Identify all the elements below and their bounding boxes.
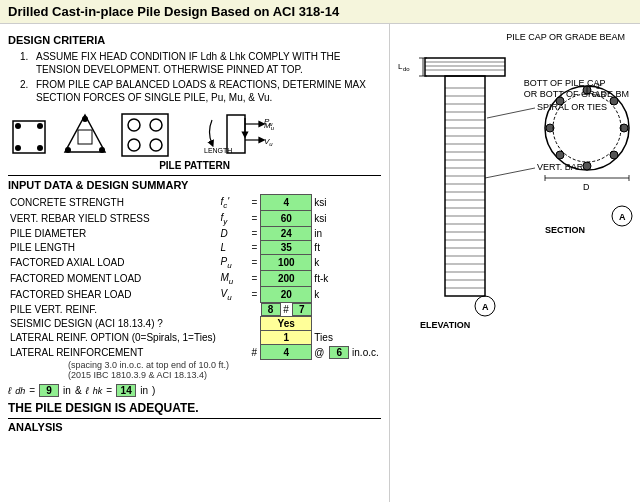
dev-length-hk-val[interactable]: 14 xyxy=(116,384,136,397)
row-pile-length: PILE LENGTH L = 35 ft xyxy=(8,241,381,255)
svg-point-74 xyxy=(553,94,621,162)
criteria-item-2: 2. FROM PILE CAP BALANCED LOADS & REACTI… xyxy=(20,78,381,104)
pile-pattern-label: PILE PATTERN xyxy=(8,160,381,171)
design-criteria-section: DESIGN CRITERIA 1. ASSUME FIX HEAD CONDI… xyxy=(8,34,381,104)
dh-sub: dh xyxy=(15,386,25,396)
svg-rect-6 xyxy=(78,130,92,144)
svg-point-1 xyxy=(15,123,21,129)
row-lateral-reinf: LATERAL REINFORCEMENT # 4 @ 6 in.o.c. xyxy=(8,345,381,360)
dev-length-row: ℓ dh = 9 in & ℓ hk = 14 in ) xyxy=(8,384,381,397)
force-diagram: Mu Pu Vu LENGTH xyxy=(202,110,282,158)
pile-patterns: Mu Pu Vu LENGTH xyxy=(8,110,381,158)
page-header: Drilled Cast-in-place Pile Design Based … xyxy=(0,0,640,24)
seismic-label: SEISMIC DESIGN (ACI 18.13.4) ? xyxy=(8,317,218,331)
svg-text:SECTION: SECTION xyxy=(545,225,585,235)
axial-load-val[interactable]: 100 xyxy=(261,255,312,271)
seismic-val[interactable]: Yes xyxy=(261,317,312,331)
row-rebar-yield: VERT. REBAR YIELD STRESS fy = 60 ksi xyxy=(8,211,381,227)
italic-slash: ℓ xyxy=(8,385,11,396)
moment-load-unit: ft-k xyxy=(312,271,381,287)
svg-point-13 xyxy=(128,139,140,151)
row-seismic: SEISMIC DESIGN (ACI 18.13.4) ? Yes xyxy=(8,317,381,331)
lateral-reinf-unit: in.o.c. xyxy=(352,347,379,358)
spacing-note-2: (2015 IBC 1810.3.9 & ACI 18.13.4) xyxy=(68,370,381,380)
axial-load-sym: Pu xyxy=(218,255,248,271)
pile-reinf-size[interactable]: 7 xyxy=(292,303,312,316)
svg-point-14 xyxy=(150,139,162,151)
svg-point-11 xyxy=(128,119,140,131)
svg-line-60 xyxy=(485,168,535,178)
lateral-option-label: LATERAL REINF. OPTION (0=Spirals, 1=Ties… xyxy=(8,331,218,345)
pile-length-sym: L xyxy=(218,241,248,255)
row-moment-load: FACTORED MOMENT LOAD Mu = 200 ft-k xyxy=(8,271,381,287)
design-criteria-title: DESIGN CRITERIA xyxy=(8,34,381,46)
rebar-yield-val[interactable]: 60 xyxy=(261,211,312,227)
rebar-yield-unit: ksi xyxy=(312,211,381,227)
svg-point-7 xyxy=(82,116,88,122)
criteria-text-1: ASSUME FIX HEAD CONDITION IF Ldh & Lhk C… xyxy=(36,50,381,76)
hk-sub: hk xyxy=(93,386,103,396)
pile-reinf-bars[interactable]: 8 xyxy=(261,303,281,316)
svg-point-9 xyxy=(99,147,105,153)
moment-load-label: FACTORED MOMENT LOAD xyxy=(8,271,218,287)
dev-length-in1: in xyxy=(63,385,71,396)
lateral-option-val[interactable]: 1 xyxy=(261,331,312,345)
axial-load-unit: k xyxy=(312,255,381,271)
svg-text:CLR: CLR xyxy=(592,91,606,98)
spacing-note-1: (spacing 3.0 in.o.c. at top end of 10.0 … xyxy=(68,360,381,370)
svg-text:D: D xyxy=(583,182,590,192)
pile-diameter-val[interactable]: 24 xyxy=(261,227,312,241)
row-pile-diameter: PILE DIAMETER D = 24 in xyxy=(8,227,381,241)
svg-text:Vu: Vu xyxy=(264,137,273,147)
lateral-reinf-spacing[interactable]: 6 xyxy=(329,346,349,359)
left-panel: DESIGN CRITERIA 1. ASSUME FIX HEAD CONDI… xyxy=(0,24,390,502)
criteria-item-1: 1. ASSUME FIX HEAD CONDITION IF Ldh & Lh… xyxy=(20,50,381,76)
pile-pattern-grid xyxy=(120,112,170,158)
concrete-strength-val[interactable]: 4 xyxy=(261,195,312,211)
pile-pattern-triangle xyxy=(62,112,108,158)
rebar-yield-label: VERT. REBAR YIELD STRESS xyxy=(8,211,218,227)
svg-point-3 xyxy=(15,145,21,151)
dev-length-dh-val[interactable]: 9 xyxy=(39,384,59,397)
main-container: Drilled Cast-in-place Pile Design Based … xyxy=(0,0,640,504)
shear-load-sym: Vu xyxy=(218,287,248,303)
adequate-text: THE PILE DESIGN IS ADEQUATE. xyxy=(8,401,381,415)
rebar-yield-sym: fy xyxy=(218,211,248,227)
svg-point-4 xyxy=(37,145,43,151)
lateral-reinf-label: LATERAL REINFORCEMENT xyxy=(8,345,218,360)
input-data-table: CONCRETE STRENGTH fc' = 4 ksi VERT. REBA… xyxy=(8,194,381,360)
row-pile-reinf: PILE VERT. REINF. 8 # 7 xyxy=(8,303,381,317)
criteria-text-2: FROM PILE CAP BALANCED LOADS & REACTIONS… xyxy=(36,78,381,104)
at-symbol: @ xyxy=(314,347,324,358)
svg-point-12 xyxy=(150,119,162,131)
moment-load-sym: Mu xyxy=(218,271,248,287)
svg-rect-10 xyxy=(122,114,168,156)
svg-text:A: A xyxy=(619,212,626,222)
svg-line-59 xyxy=(487,108,535,118)
pile-diameter-sym: D xyxy=(218,227,248,241)
dev-length-in2: in xyxy=(140,385,148,396)
concrete-strength-label: CONCRETE STRENGTH xyxy=(8,195,218,211)
svg-rect-23 xyxy=(425,58,505,76)
lateral-option-unit: Ties xyxy=(312,331,381,345)
concrete-strength-unit: ksi xyxy=(312,195,381,211)
svg-text:Pu: Pu xyxy=(264,117,273,127)
svg-text:3": 3" xyxy=(596,83,603,90)
shear-load-val[interactable]: 20 xyxy=(261,287,312,303)
concrete-strength-sym: fc' xyxy=(218,195,248,211)
elevation-section: PILE CAP OR GRADE BEAM BOTT OF PILE CAP … xyxy=(395,28,635,498)
analysis-label: ANALYSIS xyxy=(8,418,381,433)
row-axial-load: FACTORED AXIAL LOAD Pu = 100 k xyxy=(8,255,381,271)
pile-length-val[interactable]: 35 xyxy=(261,241,312,255)
axial-load-label: FACTORED AXIAL LOAD xyxy=(8,255,218,271)
row-lateral-option: LATERAL REINF. OPTION (0=Spirals, 1=Ties… xyxy=(8,331,381,345)
pile-length-label: PILE LENGTH xyxy=(8,241,218,255)
moment-load-val[interactable]: 200 xyxy=(261,271,312,287)
row-concrete-strength: CONCRETE STRENGTH fc' = 4 ksi xyxy=(8,195,381,211)
pile-pattern-square xyxy=(8,116,50,158)
lateral-reinf-bar[interactable]: 4 xyxy=(261,345,312,360)
input-section-title: INPUT DATA & DESIGN SUMMARY xyxy=(8,175,381,191)
shear-load-label: FACTORED SHEAR LOAD xyxy=(8,287,218,303)
svg-point-2 xyxy=(37,123,43,129)
shear-load-unit: k xyxy=(312,287,381,303)
